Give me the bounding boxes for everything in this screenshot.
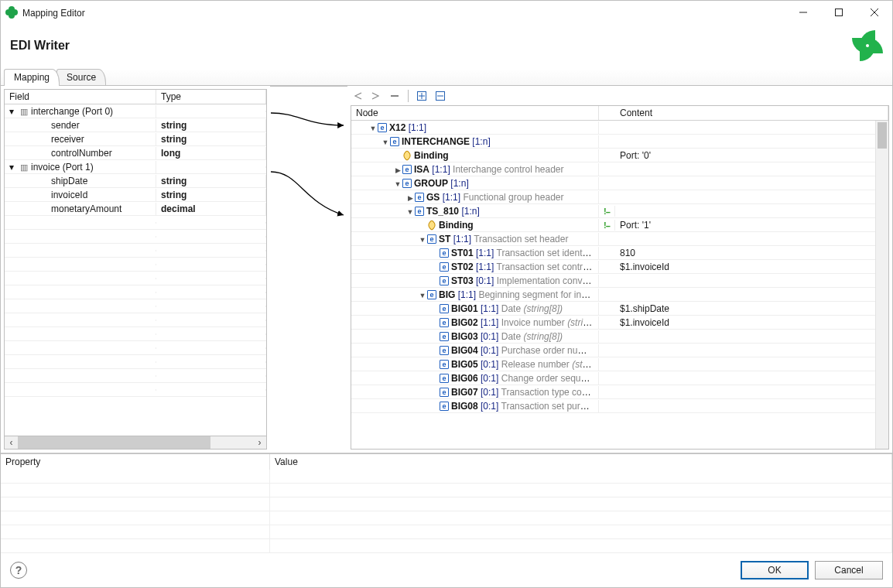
tab-mapping[interactable]: Mapping (4, 69, 60, 86)
chevron-down-icon[interactable]: ▼ (405, 208, 415, 216)
ok-button[interactable]: OK (741, 561, 809, 579)
node-cardinality: [1:1] (481, 303, 498, 314)
node-content[interactable] (615, 378, 888, 379)
tree-row[interactable]: ▼eINTERCHANGE [1:n] (351, 135, 888, 149)
node-content[interactable]: Port: '0' (615, 149, 888, 162)
property-row[interactable] (1, 511, 892, 525)
tree-row[interactable]: eBIG04 [0:1] Purchase order number (st (351, 344, 888, 357)
node-content[interactable] (615, 197, 888, 198)
node-tree-vscroll[interactable] (875, 121, 888, 449)
tree-row[interactable]: eBIG05 [0:1] Release number (string[30, (351, 357, 888, 371)
node-content[interactable] (615, 364, 888, 365)
element-icon: e (402, 165, 412, 174)
chevron-down-icon[interactable]: ▼ (393, 180, 402, 188)
value-header[interactable]: Value (270, 454, 892, 470)
tab-source[interactable]: Source (56, 69, 106, 85)
mark-header (599, 106, 615, 120)
field-row[interactable]: ▾▥invoice (Port 1) (5, 160, 266, 174)
node-content[interactable] (615, 127, 888, 128)
tree-row[interactable]: eST02 [1:1] Transaction set control num$… (351, 260, 888, 274)
vscroll-thumb[interactable] (878, 122, 887, 149)
expand-all-icon[interactable] (415, 89, 429, 103)
field-grid-hscroll[interactable]: ‹ › (4, 436, 267, 450)
tree-row[interactable]: ▶eGS [1:1] Functional group header (351, 190, 888, 204)
tree-row[interactable]: eST03 [0:1] Implementation conventio (351, 274, 888, 288)
tree-row[interactable]: eBIG08 [0:1] Transaction set purpose co (351, 399, 888, 413)
node-content[interactable] (615, 238, 888, 240)
chevron-down-icon[interactable]: ▼ (418, 236, 427, 244)
content-header[interactable]: Content (615, 106, 888, 120)
tree-row[interactable]: ▼eX12 [1:1] (351, 121, 888, 135)
node-content[interactable] (615, 141, 888, 142)
chevron-down-icon[interactable]: ▾ (9, 162, 17, 173)
chevron-down-icon[interactable]: ▼ (368, 125, 378, 132)
node-content[interactable] (615, 350, 888, 351)
node-content[interactable] (615, 391, 888, 393)
chevron-down-icon[interactable]: ▼ (381, 138, 390, 146)
collapse-all-icon[interactable] (433, 89, 447, 103)
help-icon[interactable]: ? (10, 562, 27, 579)
tree-row[interactable]: Binding!--Port: '1' (351, 218, 888, 232)
field-row[interactable]: invoiceIdstring (5, 188, 266, 202)
scroll-thumb[interactable] (18, 436, 210, 449)
chevron-down-icon[interactable]: ▼ (418, 292, 427, 299)
field-row-empty (5, 341, 266, 355)
tree-row[interactable]: eST01 [1:1] Transaction set identifier c… (351, 246, 888, 260)
close-button[interactable] (857, 1, 892, 24)
node-content[interactable] (615, 169, 888, 170)
field-row[interactable]: ▾▥interchange (Port 0) (5, 104, 266, 118)
property-row[interactable] (1, 497, 892, 511)
property-row[interactable] (1, 539, 892, 553)
tree-row[interactable]: BindingPort: '0' (351, 149, 888, 162)
maximize-button[interactable] (821, 1, 857, 24)
scroll-left-icon[interactable]: ‹ (5, 437, 18, 448)
field-row[interactable]: senderstring (5, 118, 266, 132)
tree-row[interactable]: eBIG02 [1:1] Invoice number (string[22,$… (351, 316, 888, 330)
tree-row[interactable]: ▼eGROUP [1:n] (351, 176, 888, 190)
scroll-track[interactable] (18, 436, 253, 449)
node-content[interactable]: $1.shipDate (615, 303, 888, 315)
field-row[interactable]: monetaryAmountdecimal (5, 202, 266, 216)
node-content[interactable]: 810 (615, 247, 888, 259)
node-content[interactable] (615, 183, 888, 184)
property-row[interactable] (1, 484, 892, 497)
type-header[interactable]: Type (156, 90, 266, 104)
minimize-button[interactable] (785, 1, 821, 24)
node-content[interactable]: $1.invoiceId (615, 261, 888, 273)
collapse-icon[interactable] (388, 89, 402, 103)
tree-row[interactable]: ▼eTS_810 [1:n]!-- (351, 204, 888, 218)
property-row[interactable] (1, 470, 892, 484)
tree-row[interactable]: eBIG03 [0:1] Date (string[8]) (351, 330, 888, 344)
node-content[interactable] (615, 280, 888, 282)
chevron-down-icon[interactable]: ▾ (9, 106, 17, 117)
tree-row[interactable]: ▶eISA [1:1] Interchange control header (351, 162, 888, 176)
field-row[interactable]: controlNumberlong (5, 146, 266, 160)
tree-row[interactable]: ▼eBIG [1:1] Beginning segment for invoic… (351, 288, 888, 302)
chevron-right-icon[interactable]: ▶ (405, 194, 415, 202)
tree-row[interactable]: ▼eST [1:1] Transaction set header (351, 232, 888, 246)
node-content[interactable] (615, 294, 888, 296)
chevron-right-icon[interactable]: ▶ (393, 166, 402, 174)
nav-forward-icon[interactable] (369, 89, 383, 103)
nav-back-icon[interactable] (351, 89, 364, 103)
property-header[interactable]: Property (1, 454, 270, 470)
node-content[interactable] (615, 210, 888, 212)
cancel-button[interactable]: Cancel (815, 561, 883, 579)
node-content[interactable] (615, 405, 888, 407)
property-row[interactable] (1, 525, 892, 539)
field-row[interactable]: shipDatestring (5, 174, 266, 188)
node-name: GS (426, 192, 440, 203)
field-header[interactable]: Field (5, 90, 156, 104)
node-content[interactable] (615, 336, 888, 337)
scroll-right-icon[interactable]: › (253, 437, 266, 448)
field-row[interactable]: receiverstring (5, 132, 266, 146)
node-tree-grid[interactable]: Node Content ▼eX12 [1:1]▼eINTERCHANGE [1… (351, 105, 889, 450)
node-content[interactable]: $1.invoiceId (615, 316, 888, 329)
tree-row[interactable]: eBIG07 [0:1] Transaction type code (stri (351, 385, 888, 399)
node-content[interactable]: Port: '1' (615, 219, 888, 231)
tree-row[interactable]: eBIG01 [1:1] Date (string[8])$1.shipDate (351, 302, 888, 316)
node-name: BIG01 (451, 303, 478, 314)
field-grid[interactable]: Field Type ▾▥interchange (Port 0)senders… (4, 89, 267, 436)
node-header[interactable]: Node (351, 106, 599, 120)
tree-row[interactable]: eBIG06 [0:1] Change order sequence nu (351, 371, 888, 385)
